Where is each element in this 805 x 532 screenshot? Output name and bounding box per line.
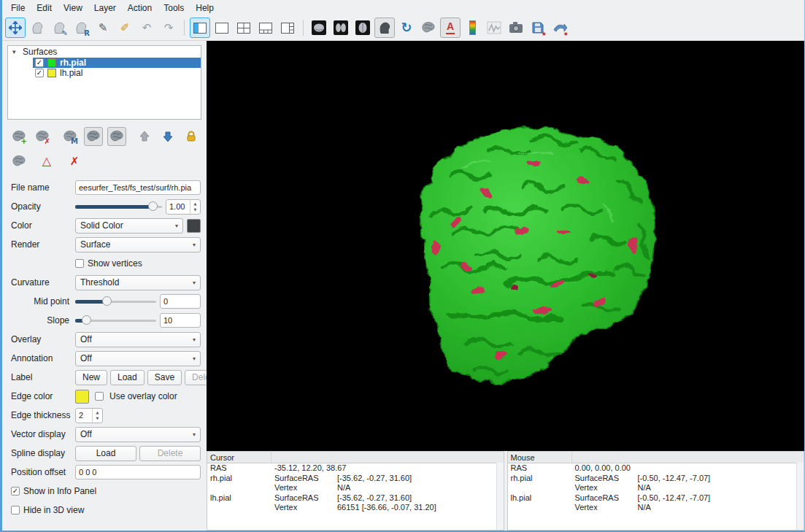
tree-item-lh-pial[interactable]: ✓ lh.pial <box>33 68 201 78</box>
undo-button[interactable]: ↶ <box>136 18 157 38</box>
save-screenshot-button[interactable]: ★ <box>528 18 548 38</box>
spin-down-icon[interactable]: ▼ <box>194 207 197 212</box>
show-vertices-row: Show vertices <box>11 254 201 273</box>
render-dropdown[interactable]: Surface ▾ <box>75 237 201 252</box>
annotation-dropdown-value: Off <box>80 353 92 363</box>
menu-help[interactable]: Help <box>190 1 220 15</box>
show-vertices-checkbox[interactable] <box>75 259 84 268</box>
layout-1x1-button[interactable] <box>212 18 232 38</box>
show-in-info-panel-checkbox[interactable]: ✓ <box>11 487 20 496</box>
menu-action[interactable]: Action <box>122 1 158 15</box>
reset-view-button[interactable]: ↻ <box>396 18 417 38</box>
menu-file[interactable]: File <box>5 1 31 15</box>
label-new-button[interactable]: New <box>75 370 107 385</box>
white-surface-button[interactable] <box>84 127 103 146</box>
spin-down-icon[interactable]: ▼ <box>96 415 99 421</box>
color-dropdown[interactable]: Solid Color ▾ <box>75 218 183 234</box>
toggle-control-panel-button[interactable] <box>190 18 210 38</box>
vector-display-dropdown[interactable]: Off ▾ <box>75 427 201 442</box>
lock-icon <box>185 131 197 142</box>
use-overlay-color-checkbox[interactable] <box>95 392 104 401</box>
annotation-dropdown[interactable]: Off ▾ <box>75 351 201 366</box>
time-course-button[interactable] <box>484 18 504 38</box>
vector-display-value: Off <box>80 429 92 439</box>
row-value: [-35.62, -0.27, 31.60] <box>337 493 504 504</box>
edge-color-swatch-button[interactable] <box>75 390 89 404</box>
lock-layer-button[interactable] <box>182 127 201 146</box>
show-annotation-button[interactable]: A <box>440 18 461 38</box>
navigate-tool-button[interactable] <box>5 18 26 38</box>
save-surface-button[interactable]: M <box>61 127 80 146</box>
viewport-3d[interactable] <box>207 41 804 451</box>
edge-color-row: Edge color Use overlay color <box>11 387 201 406</box>
layer-visibility-checkbox[interactable]: ✓ <box>35 69 44 77</box>
layout-1and3-button[interactable] <box>255 18 276 38</box>
file-name-label: File name <box>11 182 75 193</box>
spline-load-button[interactable]: Load <box>75 446 136 461</box>
move-layer-up-button[interactable] <box>135 127 154 146</box>
roi-edit-tool-button[interactable]: ✎ <box>93 18 113 38</box>
voxel-edit-tool-button[interactable]: ✎ <box>49 18 69 38</box>
move-layer-down-button[interactable] <box>158 127 177 146</box>
opacity-label: Opacity <box>11 201 75 212</box>
view-sagittal-button[interactable] <box>309 18 329 38</box>
clear-marks-button[interactable]: ✗ <box>65 152 84 171</box>
hide-in-3d-label: Hide in 3D view <box>23 505 84 515</box>
view-coronal-button[interactable] <box>331 18 351 38</box>
spline-delete-button[interactable]: Delete <box>139 446 201 461</box>
recon-edit-tool-button[interactable]: R <box>71 18 91 38</box>
curvature-row: Curvature Threshold ▾ <box>11 273 201 292</box>
head-measure-icon <box>30 20 45 35</box>
fly-through-button[interactable]: ★ <box>550 18 570 38</box>
wireframe-button[interactable]: △ <box>37 152 56 171</box>
scrollbar[interactable] <box>496 463 504 530</box>
layout-2x2-button[interactable] <box>234 18 254 38</box>
menu-edit[interactable]: Edit <box>31 1 58 15</box>
cursor-panel-header: Cursor <box>207 452 504 463</box>
collapse-arrow-icon[interactable]: ▾ <box>12 48 20 55</box>
tree-root-surfaces[interactable]: ▾ Surfaces <box>8 46 201 58</box>
color-dropdown-value: Solid Color <box>80 220 123 231</box>
opacity-spinbox[interactable]: 1.00 ▲▼ <box>166 199 201 215</box>
layer-control-panel: ▾ Surfaces ✓ rh.pial ✓ lh.pial + <box>2 41 207 531</box>
inflated-surface-button[interactable] <box>107 127 126 146</box>
overlay-dropdown[interactable]: Off ▾ <box>75 332 201 347</box>
layer-visibility-checkbox[interactable]: ✓ <box>35 58 44 67</box>
label-save-button[interactable]: Save <box>147 370 182 385</box>
pointset-edit-tool-button[interactable]: ✐ <box>115 18 135 38</box>
tree-item-rh-pial[interactable]: ✓ rh.pial <box>33 58 201 68</box>
menu-view[interactable]: View <box>58 1 88 15</box>
scrollbar[interactable] <box>796 463 804 530</box>
slope-input[interactable] <box>160 313 201 328</box>
screenshot-button[interactable] <box>506 18 526 38</box>
layer-color-swatch <box>47 69 56 77</box>
opacity-slider[interactable] <box>75 200 162 213</box>
menu-layer[interactable]: Layer <box>88 1 122 15</box>
edge-thickness-spinbox[interactable]: 2 ▲▼ <box>75 408 103 423</box>
view-3d-button[interactable] <box>374 18 395 38</box>
file-name-input[interactable] <box>75 180 201 195</box>
solid-color-swatch-button[interactable] <box>187 219 201 233</box>
load-surface-button[interactable]: + <box>9 127 28 146</box>
show-surface-button[interactable] <box>418 18 439 38</box>
mid-point-slider[interactable] <box>75 295 156 308</box>
layout-1and3-horizontal-button[interactable] <box>277 18 298 38</box>
mid-point-input[interactable] <box>160 294 201 309</box>
measure-tool-button[interactable] <box>27 18 47 38</box>
position-offset-input[interactable] <box>75 465 201 479</box>
hide-in-3d-checkbox[interactable] <box>11 506 20 514</box>
row-value: [-0.50, -12.47, -7.07] <box>638 493 804 504</box>
chevron-down-icon: ▾ <box>193 431 196 438</box>
spin-up-icon[interactable]: ▲ <box>96 409 99 415</box>
show-colorbar-button[interactable] <box>462 18 482 38</box>
redo-button[interactable]: ↷ <box>158 18 179 38</box>
view-axial-button[interactable] <box>353 18 373 38</box>
label-load-button[interactable]: Load <box>110 370 145 385</box>
render-label: Render <box>11 239 75 250</box>
slope-slider[interactable] <box>75 314 156 327</box>
spin-up-icon[interactable]: ▲ <box>194 201 197 207</box>
menu-tools[interactable]: Tools <box>158 1 190 15</box>
show-region-button[interactable] <box>9 152 28 171</box>
unload-surface-button[interactable]: ✗ <box>33 127 52 146</box>
curvature-dropdown[interactable]: Threshold ▾ <box>75 275 201 290</box>
